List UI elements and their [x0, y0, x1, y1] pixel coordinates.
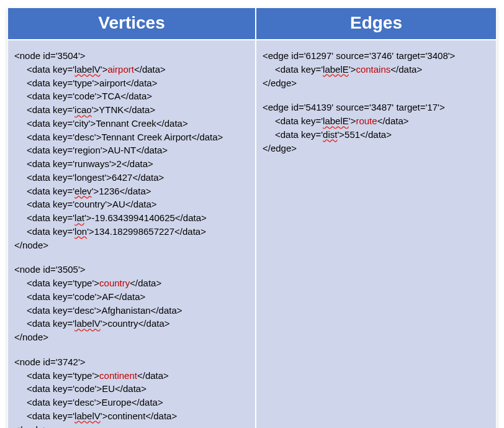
code-line: </edge> — [263, 142, 490, 155]
code-line: <data key='labelE'>route</data> — [263, 114, 490, 128]
comparison-table: Vertices Edges <node id='3504'> <data ke… — [7, 7, 497, 428]
code-line: <data key='type'>country</data> — [14, 276, 249, 290]
code-line: <data key='runways'>2</data> — [14, 157, 249, 171]
code-line: <data key='dist'>551</data> — [263, 128, 490, 142]
code-line: <edge id='54139' source='3487' target='1… — [263, 101, 490, 114]
header-vertices: Vertices — [7, 7, 256, 40]
code-line: <data key='desc'>Afghanistan</data> — [14, 304, 249, 317]
code-line: <data key='icao'>YTNK</data> — [14, 103, 249, 117]
code-line: <data key='desc'>Europe</data> — [14, 396, 249, 409]
header-edges: Edges — [256, 7, 497, 40]
code-line: <data key='code'>EU</data> — [14, 382, 249, 396]
code-line: <data key='lon'>134.182998657227</data> — [14, 225, 249, 239]
code-line: <node id='3505'> — [14, 263, 249, 276]
code-line: <data key='desc'>Tennant Creek Airport</… — [14, 130, 249, 144]
code-line: </node> — [14, 239, 249, 252]
code-line: <node id='3742'> — [14, 355, 249, 369]
code-line: <data key='longest'>6427</data> — [14, 171, 249, 184]
vertices-cell: <node id='3504'> <data key='labelV'>airp… — [7, 40, 256, 428]
code-line: </node> — [14, 423, 249, 429]
code-line: <data key='region'>AU-NT</data> — [14, 143, 249, 157]
code-line: <data key='lat'>-19.6343994140625</data> — [14, 211, 249, 225]
code-line: <node id='3504'> — [14, 49, 249, 63]
block-gap — [263, 89, 490, 101]
code-line: <data key='type'>continent</data> — [14, 369, 249, 383]
code-line: <data key='labelV'>country</data> — [14, 317, 249, 330]
edges-code: <edge id='61297' source='3746' target='3… — [263, 49, 490, 155]
table-header-row: Vertices Edges — [7, 7, 497, 40]
code-line: <data key='city'>Tennant Creek</data> — [14, 117, 249, 130]
code-line: </node> — [14, 330, 249, 344]
block-gap — [14, 344, 249, 355]
edges-cell: <edge id='61297' source='3746' target='3… — [256, 40, 497, 428]
code-line: <data key='labelV'>airport</data> — [14, 63, 249, 76]
code-line: </edge> — [263, 76, 490, 90]
code-line: <data key='type'>airport</data> — [14, 76, 249, 90]
code-line: <data key='code'>TCA</data> — [14, 89, 249, 103]
code-line: <data key='labelV'>continent</data> — [14, 409, 249, 423]
code-line: <data key='elev'>1236</data> — [14, 184, 249, 198]
block-gap — [14, 252, 249, 263]
code-line: <edge id='61297' source='3746' target='3… — [263, 49, 490, 63]
code-line: <data key='country'>AU</data> — [14, 198, 249, 211]
table-body-row: <node id='3504'> <data key='labelV'>airp… — [7, 40, 497, 428]
code-line: <data key='labelE'>contains</data> — [263, 63, 490, 76]
vertices-code: <node id='3504'> <data key='labelV'>airp… — [14, 49, 249, 428]
code-line: <data key='code'>AF</data> — [14, 290, 249, 304]
